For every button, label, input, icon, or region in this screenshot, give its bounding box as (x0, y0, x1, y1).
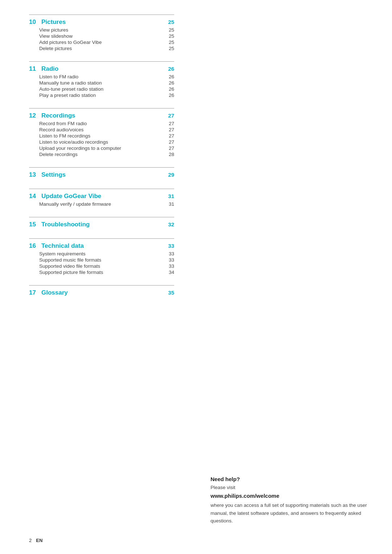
section-number-12: 12 (29, 112, 39, 119)
subsection-row-12-1: Record audio/voices27 (29, 127, 174, 132)
subsection-label: View slideshow (39, 33, 166, 39)
section-title-11: Radio (41, 65, 58, 73)
subsection-page: 33 (169, 257, 174, 263)
section-header-12: 12Recordings27 (29, 112, 174, 119)
subsection-row-10-0: View pictures25 (29, 27, 174, 33)
section-divider-14 (29, 189, 174, 189)
section-title-14: Update GoGear Vibe (41, 193, 101, 200)
toc-section-11: 11Radio26Listen to FM radio26Manually tu… (29, 61, 174, 98)
section-number-11: 11 (29, 65, 39, 73)
subsection-page: 28 (169, 152, 174, 157)
help-url: www.philips.com/welcome (211, 492, 370, 500)
subsection-label: Record from FM radio (39, 121, 166, 126)
subsection-label: Delete recordings (39, 152, 166, 157)
section-number-16: 16 (29, 242, 39, 250)
toc-section-10: 10Pictures25View pictures25View slidesho… (29, 15, 174, 51)
subsection-page: 27 (169, 139, 174, 145)
subsection-label: Delete pictures (39, 46, 166, 51)
section-number-13: 13 (29, 171, 39, 178)
section-header-16: 16Technical data33 (29, 242, 174, 250)
footer-row: 2 EN (29, 538, 42, 543)
help-body: where you can access a full set of suppo… (211, 501, 370, 525)
subsection-page: 26 (169, 93, 174, 98)
subsection-row-12-3: Listen to voice/audio recordings27 (29, 139, 174, 145)
subsection-page: 27 (169, 127, 174, 132)
subsection-row-11-3: Play a preset radio station26 (29, 93, 174, 98)
subsection-row-10-1: View slideshow25 (29, 33, 174, 39)
section-page-13: 29 (168, 172, 174, 178)
section-header-11: 11Radio26 (29, 65, 174, 73)
help-title: Need help? (211, 475, 370, 483)
toc-section-12: 12Recordings27Record from FM radio27Reco… (29, 108, 174, 157)
subsection-row-10-3: Delete pictures25 (29, 46, 174, 51)
section-divider-17 (29, 285, 174, 286)
toc-section-13: 13Settings29 (29, 167, 174, 178)
subsection-row-12-4: Upload your recordings to a computer27 (29, 145, 174, 151)
section-header-13: 13Settings29 (29, 171, 174, 178)
section-title-15: Troubleshooting (41, 221, 90, 228)
section-divider-13 (29, 167, 174, 168)
subsection-label: Manually tune a radio station (39, 80, 166, 86)
section-number-17: 17 (29, 289, 39, 296)
right-column: Need help? Please visit www.philips.com/… (196, 0, 392, 554)
subsection-label: Auto-tune preset radio station (39, 86, 166, 92)
subsection-row-11-1: Manually tune a radio station26 (29, 80, 174, 86)
toc-section-14: 14Update GoGear Vibe31Manually verify / … (29, 189, 174, 207)
section-page-12: 27 (168, 112, 174, 119)
footer-language: EN (36, 538, 42, 543)
subsection-page: 33 (169, 251, 174, 257)
toc-section-15: 15Troubleshooting32 (29, 217, 174, 228)
subsection-label: Upload your recordings to a computer (39, 145, 166, 151)
subsection-row-16-2: Supported video file formats33 (29, 263, 174, 269)
subsection-row-11-0: Listen to FM radio26 (29, 74, 174, 79)
subsection-page: 25 (169, 27, 174, 33)
subsection-page: 33 (169, 263, 174, 269)
section-divider-15 (29, 217, 174, 217)
toc-container: 10Pictures25View pictures25View slidesho… (29, 15, 174, 296)
section-title-13: Settings (41, 171, 66, 178)
section-divider-12 (29, 108, 174, 108)
subsection-page: 27 (169, 133, 174, 139)
subsection-label: Listen to FM radio (39, 74, 166, 79)
section-divider-10 (29, 15, 174, 15)
subsection-label: Listen to voice/audio recordings (39, 139, 166, 145)
section-title-12: Recordings (41, 112, 75, 119)
section-header-15: 15Troubleshooting32 (29, 221, 174, 228)
left-column: 10Pictures25View pictures25View slidesho… (0, 0, 196, 554)
subsection-label: Supported picture file formats (39, 270, 166, 275)
subsection-row-10-2: Add pictures to GoGear Vibe25 (29, 40, 174, 45)
section-header-14: 14Update GoGear Vibe31 (29, 193, 174, 200)
subsection-label: Add pictures to GoGear Vibe (39, 40, 166, 45)
section-title-16: Technical data (41, 242, 84, 250)
subsection-label: Play a preset radio station (39, 93, 166, 98)
subsection-label: Record audio/voices (39, 127, 166, 132)
subsection-row-11-2: Auto-tune preset radio station26 (29, 86, 174, 92)
section-number-14: 14 (29, 193, 39, 200)
section-page-14: 31 (168, 193, 174, 199)
subsection-page: 26 (169, 74, 174, 79)
section-divider-16 (29, 238, 174, 239)
subsection-row-12-0: Record from FM radio27 (29, 121, 174, 126)
subsection-label: Supported music file formats (39, 257, 166, 263)
subsection-page: 27 (169, 121, 174, 126)
subsection-page: 34 (169, 270, 174, 275)
page-container: 10Pictures25View pictures25View slidesho… (0, 0, 392, 554)
subsection-label: View pictures (39, 27, 166, 33)
subsection-page: 25 (169, 46, 174, 51)
subsection-page: 27 (169, 145, 174, 151)
section-page-17: 35 (168, 290, 174, 296)
subsection-row-16-3: Supported picture file formats34 (29, 270, 174, 275)
subsection-page: 26 (169, 80, 174, 86)
section-number-15: 15 (29, 221, 39, 228)
section-title-10: Pictures (41, 19, 66, 26)
subsection-label: System requirements (39, 251, 166, 257)
section-number-10: 10 (29, 19, 39, 26)
subsection-label: Manually verify / update firmware (39, 201, 166, 207)
toc-section-16: 16Technical data33System requirements33S… (29, 238, 174, 275)
subsection-row-14-0: Manually verify / update firmware31 (29, 201, 174, 207)
section-header-17: 17Glossary35 (29, 289, 174, 296)
subsection-label: Listen to FM recordings (39, 133, 166, 139)
section-page-10: 25 (168, 19, 174, 25)
subsection-row-12-5: Delete recordings28 (29, 152, 174, 157)
subsection-label: Supported video file formats (39, 263, 166, 269)
